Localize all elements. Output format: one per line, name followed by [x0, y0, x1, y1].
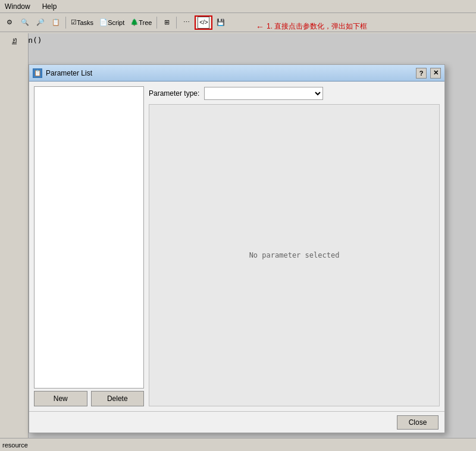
dots-btn[interactable]: ⋯ — [179, 15, 193, 30]
dialog-titlebar: 📋 Parameter List ? ✕ — [29, 65, 444, 82]
tree-label: Tree — [139, 19, 152, 26]
tree-icon: 🌲 — [130, 18, 139, 26]
toolbar-clipboard-btn[interactable]: 📋 — [49, 15, 63, 30]
separator-2 — [156, 17, 157, 29]
script-label: Script — [108, 19, 124, 26]
separator-3 — [176, 17, 177, 29]
param-type-row: Parameter type: — [149, 86, 440, 101]
tasks-tab-btn[interactable]: ☑ Tasks — [68, 15, 96, 30]
sidebar-tab-lts[interactable]: lts — [10, 36, 19, 47]
toolbar-find2-btn[interactable]: 🔎 — [33, 15, 48, 30]
dialog-title-text: Parameter List — [46, 69, 412, 77]
no-param-text: No parameter selected — [249, 251, 340, 259]
param-btn[interactable]: </> — [195, 15, 212, 30]
menu-window[interactable]: Window — [2, 2, 33, 11]
param-type-select[interactable] — [204, 87, 323, 100]
status-bar: resource — [0, 438, 476, 451]
param-icon-box: </> — [198, 17, 209, 29]
new-param-btn[interactable]: New — [34, 391, 87, 406]
toolbar-find-btn[interactable]: 🔍 — [18, 15, 32, 30]
dialog-footer: Close — [29, 411, 444, 433]
save-btn[interactable]: 💾 — [214, 15, 228, 30]
script-tab-btn[interactable]: 📄 Script — [97, 15, 127, 30]
tasks-label: Tasks — [77, 19, 93, 26]
dialog-close-btn[interactable]: Close — [397, 415, 439, 430]
left-sidebar: lts — [0, 33, 29, 438]
dialog-help-btn[interactable]: ? — [416, 68, 427, 79]
status-resource-text: resource — [2, 441, 28, 449]
dialog-content: New Delete Parameter type: No parameter … — [29, 82, 444, 411]
script-icon: 📄 — [99, 18, 108, 26]
param-detail-area: No parameter selected — [149, 104, 440, 406]
dialog-icon-symbol: 📋 — [34, 70, 41, 76]
toolbar-settings-btn[interactable]: ⚙ — [2, 15, 17, 30]
toolbar: ⚙ 🔍 🔎 📋 ☑ Tasks 📄 Script 🌲 Tree ⊞ ⋯ </> … — [0, 13, 476, 32]
param-icon: </> — [199, 19, 208, 26]
dialog-close-x-btn[interactable]: ✕ — [430, 68, 441, 79]
main-window: Window Help ⚙ 🔍 🔎 📋 ☑ Tasks 📄 Script 🌲 T… — [0, 0, 476, 451]
separator-1 — [65, 17, 66, 29]
menu-bar: Window Help — [0, 0, 476, 13]
grid-btn[interactable]: ⊞ — [159, 15, 174, 30]
delete-param-btn[interactable]: Delete — [91, 391, 145, 406]
param-detail-panel: Parameter type: No parameter selected — [149, 86, 440, 406]
param-type-label: Parameter type: — [149, 89, 199, 98]
tree-tab-btn[interactable]: 🌲 Tree — [128, 15, 154, 30]
param-list-box[interactable] — [34, 86, 144, 389]
param-list-panel: New Delete — [34, 86, 144, 406]
dialog-title-icon: 📋 — [33, 68, 42, 78]
menu-help[interactable]: Help — [40, 2, 60, 11]
parameter-list-dialog: 📋 Parameter List ? ✕ New Delete Paramete… — [29, 64, 445, 433]
param-list-buttons: New Delete — [34, 391, 144, 406]
checkbox-icon: ☑ — [71, 18, 77, 26]
